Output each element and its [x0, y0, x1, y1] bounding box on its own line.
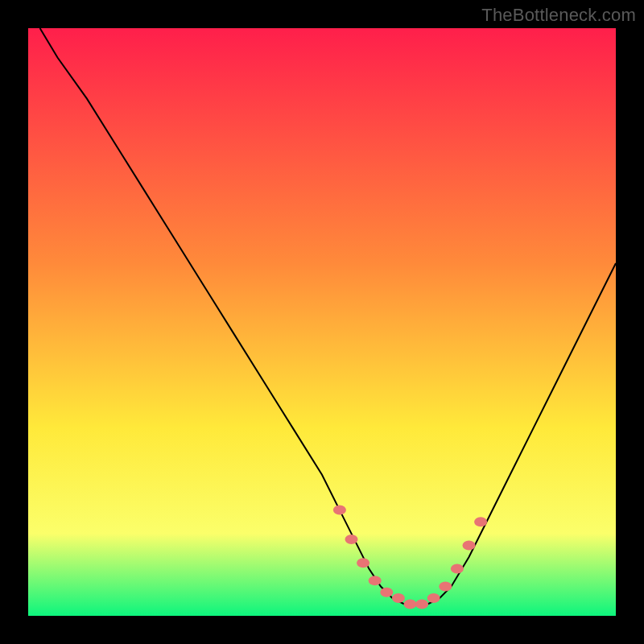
highlight-marker — [463, 540, 476, 550]
highlight-marker — [392, 593, 405, 603]
highlight-marker — [439, 582, 452, 592]
highlight-marker — [404, 599, 417, 609]
highlight-marker — [357, 558, 369, 568]
highlight-marker — [415, 599, 428, 609]
chart-svg — [0, 0, 644, 644]
highlight-marker — [333, 506, 346, 515]
highlight-marker — [380, 588, 393, 597]
highlight-marker — [345, 535, 358, 544]
highlight-marker — [451, 564, 464, 574]
highlight-marker — [427, 593, 440, 603]
highlight-marker — [369, 576, 382, 585]
highlight-marker — [474, 517, 487, 526]
chart-stage: TheBottleneck.com — [0, 0, 644, 644]
plot-background — [28, 28, 616, 616]
